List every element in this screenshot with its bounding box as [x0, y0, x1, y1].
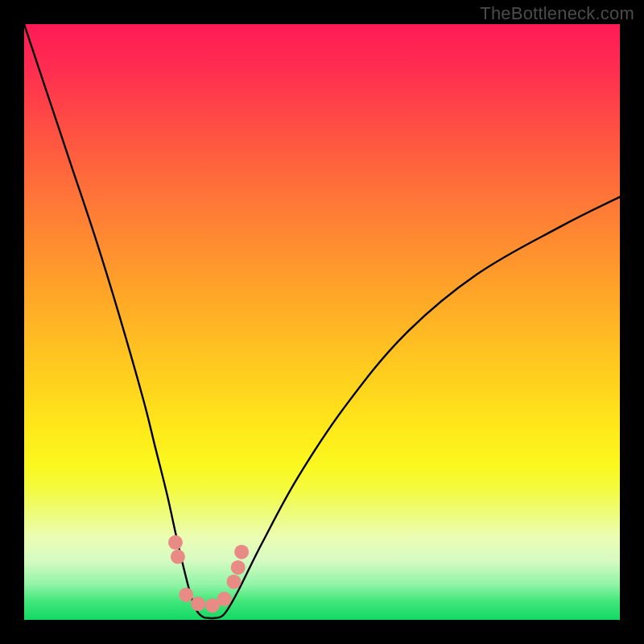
curve-marker: [179, 588, 193, 602]
chart-frame: TheBottleneck.com: [0, 0, 644, 644]
watermark-text: TheBottleneck.com: [480, 3, 634, 24]
plot-area: [24, 24, 620, 620]
curve-marker: [231, 560, 246, 575]
bottleneck-curve: [24, 24, 620, 618]
marker-layer: [168, 535, 249, 613]
curve-marker: [217, 592, 232, 606]
curve-marker: [171, 550, 185, 564]
curve-marker: [168, 535, 183, 550]
curve-marker: [191, 597, 205, 611]
curve-layer: [24, 24, 620, 620]
curve-marker: [234, 545, 249, 559]
curve-marker: [226, 575, 241, 589]
